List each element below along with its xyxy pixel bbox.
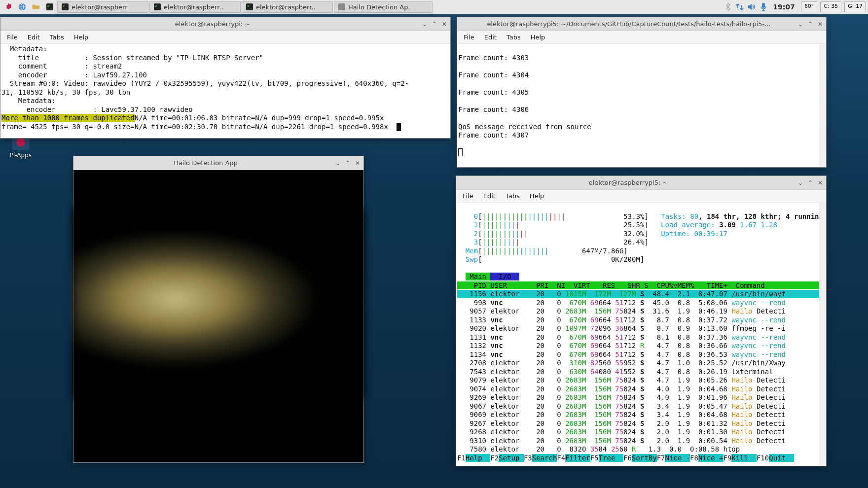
close-icon[interactable]: ✕: [817, 180, 823, 186]
taskbar-item-label: Hailo Detection Ap.: [348, 3, 410, 11]
taskbar: elektor@raspberr.. elektor@raspberr.. el…: [0, 0, 868, 14]
mic-icon[interactable]: [758, 1, 769, 12]
window-title: elektor@raspberrypi: ~: [3, 20, 422, 28]
minimize-icon[interactable]: ⌄: [797, 21, 803, 27]
menu-file[interactable]: File: [458, 191, 478, 201]
titlebar[interactable]: elektor@raspberrypi5: ~/Documents/GitHub…: [457, 17, 826, 31]
menu-file[interactable]: File: [2, 32, 22, 42]
menu-edit[interactable]: Edit: [23, 32, 44, 42]
titlebar[interactable]: Hailo Detection App ⌄ ⌃ ✕: [73, 156, 363, 170]
taskbar-item-label: elektor@raspberr..: [256, 3, 316, 11]
taskbar-item-0[interactable]: elektor@raspberr..: [57, 1, 148, 13]
taskbar-item-label: elektor@raspberr..: [72, 3, 131, 11]
terminal-window-ffmpeg: elektor@raspberrypi: ~ ⌄ ⌃ ✕ File Edit T…: [0, 17, 451, 139]
menu-help[interactable]: Help: [70, 32, 93, 42]
browser-icon[interactable]: [16, 1, 29, 13]
volume-icon[interactable]: [746, 1, 757, 12]
taskbar-item-label: elektor@raspberr..: [164, 3, 223, 11]
taskbar-item-2[interactable]: elektor@raspberr..: [242, 1, 333, 13]
maximize-icon[interactable]: ⌃: [807, 180, 813, 186]
menu-icon[interactable]: [2, 1, 15, 13]
menu-help[interactable]: Help: [526, 32, 550, 42]
video-frame: [73, 208, 363, 398]
gpu-button[interactable]: G: 17: [844, 1, 866, 12]
video-panel: [73, 170, 363, 462]
menu-file[interactable]: File: [459, 32, 479, 42]
clock[interactable]: 19:07: [770, 3, 798, 11]
terminal-icon[interactable]: [43, 1, 56, 13]
menubar: File Edit Tabs Help: [0, 31, 450, 44]
menubar: File Edit Tabs Help: [457, 31, 826, 44]
menu-edit[interactable]: Edit: [480, 32, 501, 42]
svg-rect-1: [762, 3, 765, 8]
hailo-window: Hailo Detection App ⌄ ⌃ ✕: [73, 156, 364, 463]
cpu-button[interactable]: C: 35: [820, 1, 841, 12]
taskbar-item-1[interactable]: elektor@raspberr..: [149, 1, 241, 13]
terminal-output[interactable]: Metadata: title : Session streamed by "T…: [0, 44, 450, 138]
titlebar[interactable]: elektor@raspberrypi5: ~ ⌄ ⌃ ✕: [456, 176, 826, 190]
maximize-icon[interactable]: ⌃: [432, 21, 437, 27]
desktop-icon-label: Pi-Apps: [10, 152, 32, 159]
scrollbar[interactable]: [819, 44, 826, 167]
files-icon[interactable]: [30, 1, 42, 13]
minimize-icon[interactable]: ⌄: [335, 160, 341, 166]
bluetooth-icon[interactable]: [723, 1, 733, 12]
taskbar-item-3[interactable]: Hailo Detection Ap.: [334, 1, 433, 13]
close-icon[interactable]: ✕: [355, 160, 361, 166]
menu-help[interactable]: Help: [525, 191, 549, 201]
scrollbar[interactable]: [819, 203, 826, 466]
window-title: elektor@raspberrypi5: ~: [459, 179, 797, 186]
window-title: Hailo Detection App: [76, 159, 335, 167]
menu-tabs[interactable]: Tabs: [502, 32, 525, 42]
terminal-output[interactable]: 0[|||||||||||||||||||| 53.3%] Tasks: 80,…: [456, 203, 826, 466]
terminal-window-htop: elektor@raspberrypi5: ~ ⌄ ⌃ ✕ File Edit …: [456, 175, 827, 466]
menu-tabs[interactable]: Tabs: [45, 32, 69, 42]
maximize-icon[interactable]: ⌃: [807, 21, 813, 27]
network-icon[interactable]: [734, 1, 745, 12]
menubar: File Edit Tabs Help: [456, 190, 826, 203]
titlebar[interactable]: elektor@raspberrypi: ~ ⌄ ⌃ ✕: [0, 17, 450, 31]
menu-tabs[interactable]: Tabs: [501, 191, 524, 201]
close-icon[interactable]: ✕: [817, 21, 823, 27]
terminal-window-hailo: elektor@raspberrypi5: ~/Documents/GitHub…: [457, 17, 827, 168]
minimize-icon[interactable]: ⌄: [797, 180, 803, 186]
maximize-icon[interactable]: ⌃: [345, 160, 351, 166]
svg-point-3: [16, 138, 25, 146]
minimize-icon[interactable]: ⌄: [422, 21, 428, 27]
temp-button[interactable]: 60°: [801, 1, 818, 12]
window-title: elektor@raspberrypi5: ~/Documents/GitHub…: [460, 20, 797, 28]
menu-edit[interactable]: Edit: [479, 191, 500, 201]
close-icon[interactable]: ✕: [441, 21, 447, 27]
terminal-output[interactable]: Frame count: 4303 Frame count: 4304 Fram…: [457, 44, 826, 167]
